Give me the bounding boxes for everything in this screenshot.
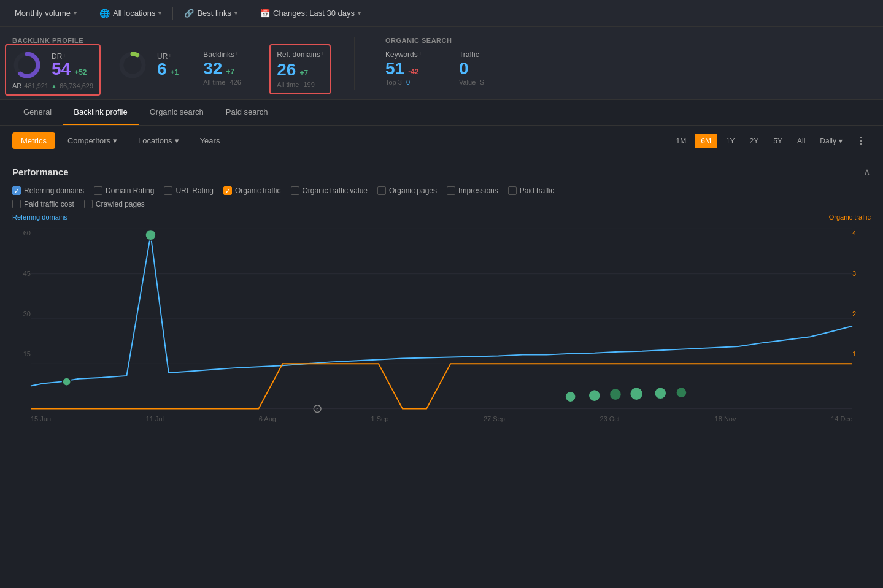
more-options-button[interactable]: ⋮ [851,132,871,150]
metrics-separator [354,37,355,90]
x-label-jul: 11 Jul [146,415,164,422]
ref-domains-value: 26 [277,61,296,78]
backlink-profile-group: Backlink profile DR ⁱ [12,37,323,90]
toolbar-left: Metrics Competitors ▾ Locations ▾ Years [12,132,228,149]
toolbar-right: 1M 6M 1Y 2Y 5Y All Daily ▾ ⋮ [670,132,871,150]
x-label-oct: 23 Oct [600,415,620,422]
organic-search-group: Organic search Keywords ⁱ 51 -42 Top 3 0 [385,37,508,90]
checkbox-organic-pages[interactable]: Organic pages [377,186,437,195]
backlinks-label: Backlinks [203,50,234,59]
green-dot-5 [654,387,666,399]
traffic-value-row: Value $ [459,78,508,86]
performance-title: Performance [12,167,69,177]
tab-backlink-profile[interactable]: Backlink profile [63,100,138,125]
x-label-sep: 1 Sep [371,415,389,422]
y-axis-left: 60 45 30 15 0 [12,227,31,413]
time-2y[interactable]: 2Y [744,134,765,148]
checkbox-paid-traffic-cost-box [12,200,21,208]
divider-2 [172,7,173,20]
backlinks-change: +7 [226,67,234,76]
daily-label: Daily [820,137,836,145]
organic-traffic-line [31,364,852,408]
time-6m[interactable]: 6M [695,134,717,148]
collapse-button[interactable]: ∧ [863,166,871,178]
years-button[interactable]: Years [191,132,229,149]
backlinks-alltime: All time 426 [203,78,252,86]
green-dot-3 [609,388,622,400]
performance-chart: 2 [31,227,852,411]
y-left-30: 30 [12,310,31,318]
y-left-60: 60 [12,229,31,237]
data-point-2-label: 2 [316,407,318,413]
volume-dropdown[interactable]: Monthly volume ▾ [10,6,82,20]
chart-area: 60 45 30 15 0 [12,227,871,422]
checkbox-crawled-pages[interactable]: Crawled pages [84,200,145,208]
time-all[interactable]: All [791,134,811,148]
traffic-label: Traffic [459,50,479,59]
green-dot-2 [588,389,601,402]
traffic-value: 0 [459,60,469,77]
dr-change: +52 [74,68,87,77]
x-label-dec: 14 Dec [831,415,852,422]
x-label-nov: 18 Nov [715,415,736,422]
keywords-metric: Keywords ⁱ 51 -42 Top 3 0 [385,50,434,86]
traffic-metric: Traffic 0 Value $ [459,50,508,86]
checkbox-url-rating-box [164,186,172,195]
organic-pages-label: Organic pages [389,186,437,195]
impressions-label: Impressions [458,186,498,195]
daily-dropdown[interactable]: Daily ▾ [814,134,849,148]
checkbox-url-rating[interactable]: URL Rating [164,186,214,195]
checkbox-paid-traffic-cost[interactable]: Paid traffic cost [12,200,74,208]
top-bar: Monthly volume ▾ 🌐 All locations ▾ 🔗 Bes… [0,0,883,27]
time-5y[interactable]: 5Y [767,134,789,148]
tab-organic-search[interactable]: Organic search [139,100,215,125]
checkbox-domain-rating[interactable]: Domain Rating [94,186,154,195]
ar-row: AR 481,921 ▲ 66,734,629 [12,82,93,90]
green-dot-6 [676,387,687,398]
legend-left: Referring domains [12,213,67,221]
time-1m[interactable]: 1M [670,134,693,148]
ar-label: AR [12,82,21,90]
checkmark-ref-domains: ✓ [14,188,19,194]
ref-domains-info-icon: ⁱ [322,52,323,58]
data-point-jul [145,229,156,240]
backlink-profile-title: Backlink profile [12,37,323,44]
checkbox-impressions[interactable]: Impressions [447,186,498,195]
links-dropdown[interactable]: 🔗 Best links ▾ [179,6,242,20]
checkbox-organic-pages-box [377,186,386,195]
performance-header: Performance ∧ [12,166,871,178]
changes-dropdown[interactable]: 📅 Changes: Last 30 days ▾ [255,6,366,20]
metrics-button[interactable]: Metrics [12,132,55,149]
links-label: Best links [197,9,231,18]
tab-paid-search[interactable]: Paid search [215,100,279,125]
divider-3 [249,7,249,20]
ur-info-icon: ⁱ [169,53,171,60]
checkbox-organic-traffic-value-box [291,186,299,195]
ur-value: 6 [157,61,167,78]
crawled-pages-label: Crawled pages [96,200,145,208]
locations-arrow: ▾ [158,10,161,17]
chart-svg-wrapper: 2 [31,227,852,413]
y-right-2: 2 [852,310,856,318]
locations-tab-arrow: ▾ [175,136,179,145]
checkbox-organic-traffic-value[interactable]: Organic traffic value [291,186,368,195]
ar-value: 481,921 [24,82,48,90]
checkbox-organic-traffic[interactable]: ✓ Organic traffic [223,186,280,195]
green-dot-1 [565,391,576,402]
competitors-button[interactable]: Competitors ▾ [59,132,126,149]
keywords-info-icon: ⁱ [420,52,421,58]
organic-traffic-checkbox-label: Organic traffic [235,186,280,195]
checkbox-referring-domains[interactable]: ✓ Referring domains [12,186,84,195]
locations-label: All locations [113,9,155,18]
checkbox-impressions-box [447,186,455,195]
keywords-value: 51 [385,60,404,77]
tab-general[interactable]: General [12,100,63,125]
locations-button[interactable]: Locations ▾ [129,132,188,149]
checkbox-paid-traffic[interactable]: Paid traffic [508,186,554,195]
domain-rating-checkbox-label: Domain Rating [106,186,154,195]
x-label-sep27: 27 Sep [484,415,505,422]
locations-dropdown[interactable]: 🌐 All locations ▾ [94,6,166,21]
green-dot-4 [630,387,643,400]
time-1y[interactable]: 1Y [720,134,741,148]
x-axis-labels: 15 Jun 11 Jul 6 Aug 1 Sep 27 Sep 23 Oct … [12,413,871,422]
